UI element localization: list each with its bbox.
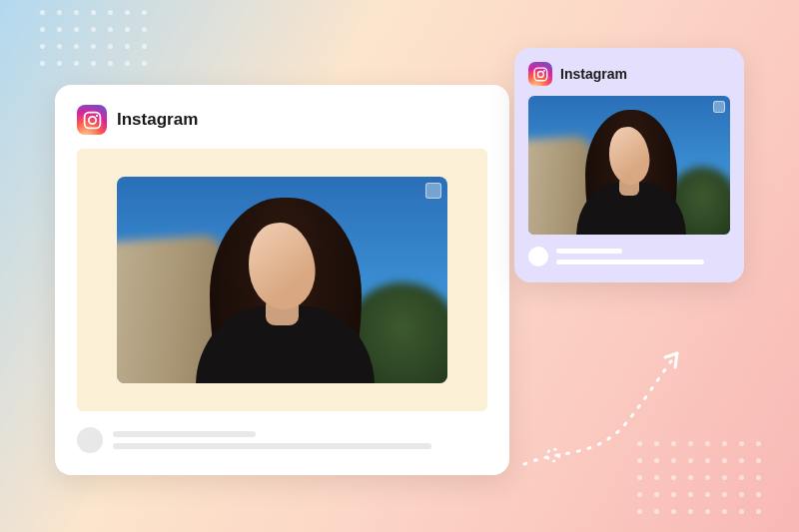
carousel-indicator-icon	[425, 183, 441, 199]
svg-point-2	[95, 114, 97, 116]
caption-placeholder	[113, 431, 487, 449]
caption-placeholder	[556, 249, 730, 265]
card-header: Instagram	[77, 105, 487, 135]
svg-point-1	[88, 116, 95, 123]
post-footer	[528, 247, 730, 266]
avatar-placeholder	[77, 427, 103, 453]
carousel-indicator-icon	[713, 101, 725, 113]
svg-point-4	[537, 71, 543, 77]
svg-rect-0	[84, 112, 100, 128]
brand-label: Instagram	[560, 66, 627, 82]
brand-label: Instagram	[117, 110, 198, 130]
post-photo	[117, 177, 447, 383]
avatar-placeholder	[528, 247, 548, 266]
instagram-logo-icon	[77, 105, 107, 135]
svg-rect-3	[534, 68, 547, 81]
card-header: Instagram	[528, 62, 730, 86]
connector-arrow-icon	[509, 339, 699, 479]
instagram-post-card-small: Instagram	[514, 48, 744, 282]
post-photo	[528, 96, 730, 235]
media-frame	[77, 149, 487, 411]
post-footer	[77, 427, 487, 453]
instagram-logo-icon	[528, 62, 552, 86]
svg-point-5	[543, 69, 545, 71]
media-frame	[528, 96, 730, 235]
instagram-post-card-large: Instagram	[55, 85, 509, 475]
dot-grid-decoration	[40, 10, 147, 66]
